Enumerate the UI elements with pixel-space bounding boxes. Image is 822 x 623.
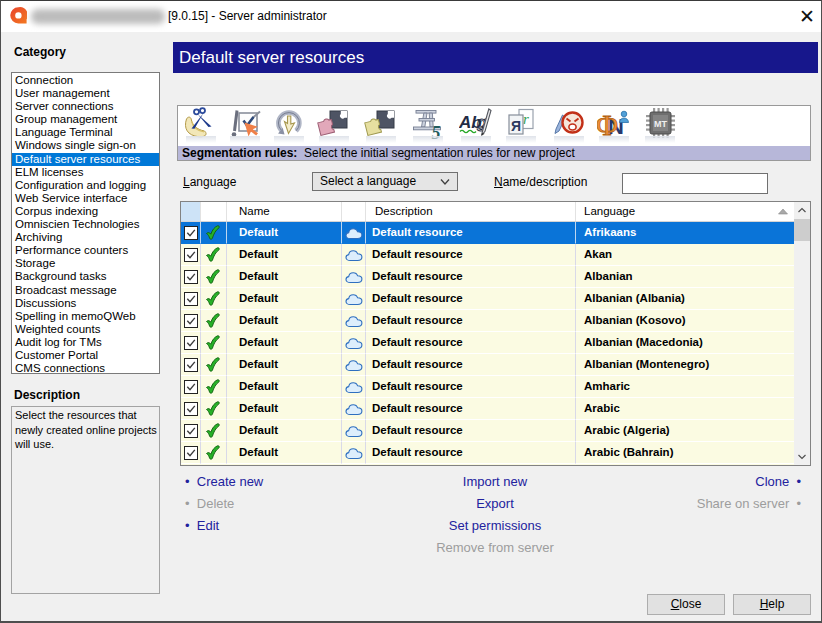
svg-text:r: r — [523, 111, 529, 127]
svg-text:MT: MT — [654, 119, 667, 129]
svg-text:Я: Я — [511, 118, 521, 134]
